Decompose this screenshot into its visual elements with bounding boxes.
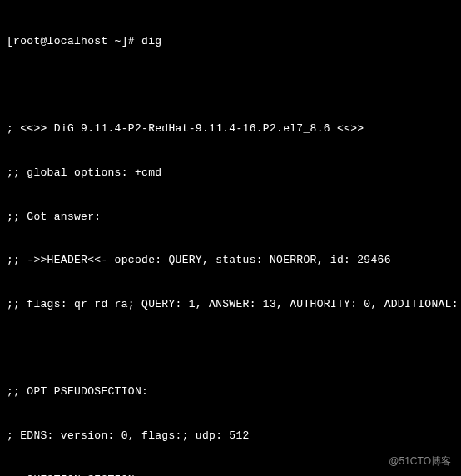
blank-line: [7, 78, 454, 93]
shell-prompt: [root@localhost ~]#: [7, 34, 141, 49]
command-input[interactable]: dig: [141, 34, 161, 49]
got-answer-line: ;; Got answer:: [7, 210, 454, 225]
dig-version-line: ; <<>> DiG 9.11.4-P2-RedHat-9.11.4-16.P2…: [7, 121, 454, 136]
prompt-line[interactable]: [root@localhost ~]# dig: [7, 34, 454, 49]
blank-line: [7, 341, 454, 356]
edns-line: ; EDNS: version: 0, flags:; udp: 512: [7, 429, 454, 444]
opt-section-title: ;; OPT PSEUDOSECTION:: [7, 384, 454, 399]
flags-line: ;; flags: qr rd ra; QUERY: 1, ANSWER: 13…: [7, 297, 454, 312]
watermark-text: @51CTO博客: [389, 454, 451, 468]
global-options-line: ;; global options: +cmd: [7, 166, 454, 181]
header-status-line: ;; ->>HEADER<<- opcode: QUERY, status: N…: [7, 253, 454, 268]
terminal-output: [root@localhost ~]# dig ; <<>> DiG 9.11.…: [7, 5, 454, 476]
question-section-title: ;; QUESTION SECTION:: [7, 473, 454, 477]
